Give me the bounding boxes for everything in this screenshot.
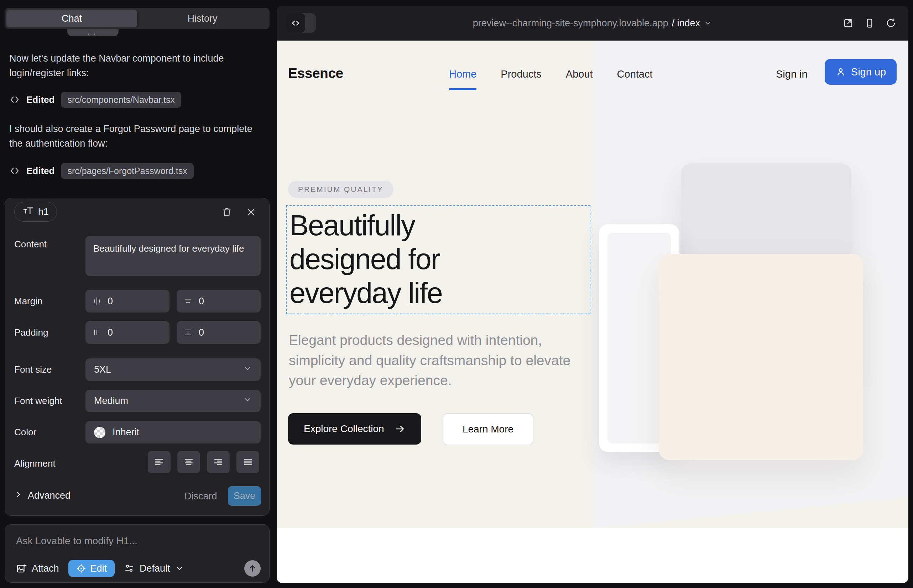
composer-toolbar: Attach Edit Default (16, 559, 261, 577)
learn-more-button[interactable]: Learn More (443, 413, 533, 445)
edited-file-row: Edited src/components/Navbar.tsx (9, 92, 181, 108)
url-domain: preview--charming-site-symphony.lovable.… (473, 18, 669, 29)
tab-history[interactable]: History (137, 10, 268, 27)
site-navbar: Essence Home Products About Contact Sign… (277, 55, 908, 97)
nav-link-contact[interactable]: Contact (617, 68, 653, 80)
content-label: Content (14, 239, 47, 250)
send-button[interactable] (244, 560, 261, 577)
alignment-group (148, 451, 259, 473)
file-chip[interactable]: src/components/Navbar.tsx (61, 92, 181, 108)
target-icon (76, 564, 86, 573)
nav-link-products[interactable]: Products (501, 68, 541, 80)
open-external-icon[interactable] (843, 18, 853, 29)
padding-y-input[interactable]: 0 (176, 321, 261, 344)
margin-x-icon (92, 296, 102, 306)
nav-link-about[interactable]: About (566, 68, 593, 80)
padding-y-icon (183, 328, 193, 338)
prompt-composer[interactable]: Ask Lovable to modify H1... Attach Edit … (5, 524, 270, 583)
file-chip[interactable]: src/pages/ForgotPassword.tsx (61, 163, 193, 179)
padding-x-input[interactable]: 0 (86, 321, 170, 344)
chevron-down-icon (243, 395, 252, 407)
save-button[interactable]: Save (228, 486, 261, 506)
hero-heading[interactable]: Beautifully designed for everyday life (290, 208, 442, 310)
hero-card-cream (659, 254, 863, 460)
edit-mode-button[interactable]: Edit (68, 560, 115, 577)
align-center-button[interactable] (177, 451, 200, 473)
url-breadcrumb[interactable]: preview--charming-site-symphony.lovable.… (277, 6, 908, 40)
font-weight-select[interactable]: Medium (86, 390, 261, 412)
edited-file-row: Edited src/pages/ForgotPassword.tsx (9, 163, 194, 179)
element-tag-label: h1 (38, 207, 49, 218)
explore-collection-button[interactable]: Explore Collection (288, 413, 421, 444)
delete-element-button[interactable] (219, 204, 235, 220)
close-editor-button[interactable] (243, 204, 259, 220)
chevron-down-icon (704, 19, 712, 27)
content-input[interactable]: Beautifully designed for everyday life (86, 236, 261, 276)
text-type-icon (23, 205, 34, 219)
hero-badge: PREMIUM QUALITY (288, 181, 393, 198)
user-icon (835, 66, 846, 77)
sliders-icon (124, 563, 134, 574)
chevron-down-icon (175, 564, 184, 573)
hero-section: Essence Home Products About Contact Sign… (277, 40, 908, 528)
sidebar-tabs: Chat History (5, 8, 270, 29)
edited-label: Edited (26, 165, 55, 176)
tab-chat[interactable]: Chat (6, 10, 137, 27)
preview-panel: preview--charming-site-symphony.lovable.… (277, 6, 908, 583)
prompt-input[interactable]: Ask Lovable to modify H1... (16, 535, 138, 547)
padding-x-icon (92, 328, 102, 338)
chat-sidebar: ·· Chat History Now let's update the Nav… (0, 0, 277, 588)
preview-actions (843, 6, 896, 40)
font-size-select[interactable]: 5XL (86, 359, 261, 381)
code-icon (9, 94, 20, 105)
chat-message: I should also create a Forgot Password p… (9, 122, 261, 150)
chat-message: Now let's update the Navbar component to… (9, 51, 261, 80)
attach-button[interactable]: Attach (16, 563, 59, 574)
code-icon (9, 165, 20, 176)
preview-toolbar: preview--charming-site-symphony.lovable.… (277, 6, 908, 40)
element-editor-panel: h1 Content Beautifully designed for ever… (5, 198, 270, 516)
color-label: Color (14, 427, 36, 438)
hero-paragraph: Elegant products designed with intention… (289, 330, 574, 391)
edited-label: Edited (26, 94, 55, 105)
next-section (277, 528, 908, 583)
margin-x-input[interactable]: 0 (86, 290, 170, 312)
refresh-icon[interactable] (885, 18, 896, 29)
signup-button[interactable]: Sign up (825, 59, 897, 85)
url-page: / index (672, 18, 701, 29)
rendered-site: Essence Home Products About Contact Sign… (277, 40, 908, 583)
chevron-right-icon (14, 490, 23, 501)
site-logo[interactable]: Essence (288, 66, 343, 81)
discard-button[interactable]: Discard (185, 491, 217, 502)
signin-link[interactable]: Sign in (776, 68, 808, 80)
margin-label: Margin (14, 296, 42, 307)
image-plus-icon (16, 563, 27, 574)
ellipsis-icon: ·· (87, 31, 99, 36)
align-left-button[interactable] (148, 451, 170, 473)
align-justify-button[interactable] (236, 451, 259, 473)
model-default-select[interactable]: Default (124, 563, 184, 574)
font-weight-label: Font weight (14, 396, 62, 407)
align-right-button[interactable] (207, 451, 230, 473)
padding-label: Padding (14, 327, 48, 338)
arrow-right-icon (395, 423, 406, 434)
color-swatch (94, 427, 105, 438)
mobile-view-icon[interactable] (864, 18, 875, 29)
site-nav-links: Home Products About Contact (449, 68, 653, 80)
alignment-label: Alignment (14, 458, 55, 469)
font-size-label: Font size (14, 364, 52, 375)
nav-link-home[interactable]: Home (449, 68, 476, 80)
advanced-toggle[interactable]: Advanced (14, 490, 71, 501)
margin-y-icon (183, 296, 193, 306)
chevron-down-icon (243, 364, 252, 375)
arrow-up-icon (248, 564, 257, 573)
selected-element-chip[interactable]: h1 (14, 202, 57, 222)
color-select[interactable]: Inherit (86, 421, 261, 444)
margin-y-input[interactable]: 0 (176, 290, 261, 312)
